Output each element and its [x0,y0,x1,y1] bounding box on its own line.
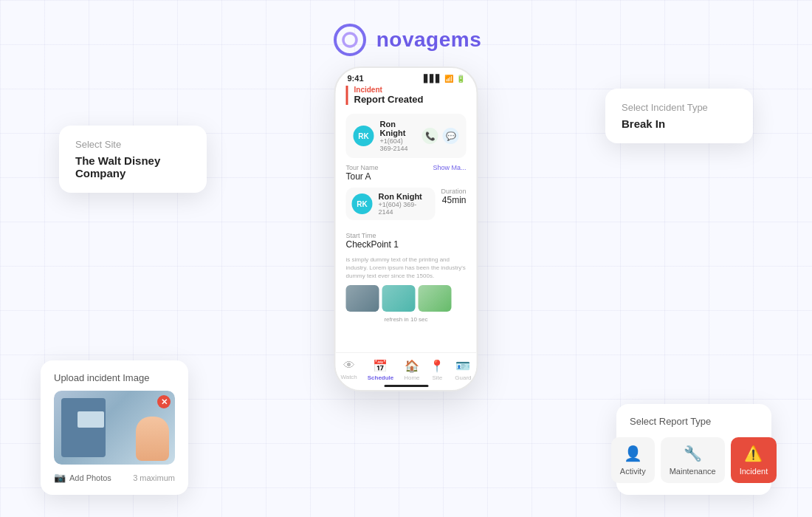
max-photos-label: 3 maximum [133,473,175,482]
contact-name-2: Ron Knight [379,192,430,201]
thumbnail-row [346,285,467,312]
schedule-label: Schedule [368,374,394,381]
wifi-icon: 📶 [444,75,453,83]
call-icon[interactable]: 📞 [422,128,438,144]
select-incident-type-card[interactable]: Select Incident Type Break In [605,89,753,143]
atm-screen [78,411,104,428]
duration-value: 45min [441,195,466,205]
watch-label: Watch [340,374,357,380]
phone-content: Incident Report Created RK Ron Knight +1… [336,86,477,323]
duration-label: Duration [441,188,466,195]
start-time-value: CheckPoint 1 [346,239,467,250]
show-more-link[interactable]: Show Ma... [433,164,466,171]
report-btn-incident[interactable]: ⚠️ Incident [731,437,777,483]
report-btn-activity[interactable]: 👤 Activity [611,437,655,483]
content-area: Select Site The Walt Disney Company Sele… [0,81,812,517]
signal-icon: ▋▋▋ [424,75,441,83]
atm-shape [61,398,106,457]
message-icon[interactable]: 💬 [443,128,459,144]
description-text: is simply dummy text of the printing and… [346,256,467,281]
report-btn-maintenance[interactable]: 🔧 Maintenance [661,437,725,483]
home-icon: 🏠 [405,359,419,373]
header: novagems [0,0,812,59]
nav-guard[interactable]: 🪪 Guard [455,359,471,381]
contact-phone-1: +1(604) 369-2144 [380,137,416,152]
incident-label: Incident [740,467,768,476]
svg-point-1 [343,33,357,47]
thumbnail-1 [346,285,379,312]
avatar-2: RK [352,194,373,214]
select-report-type-card[interactable]: Select Report Type 👤 Activity 🔧 Maintena… [616,404,771,495]
tour-name-field: Tour Name Show Ma... Tour A [346,164,467,182]
site-label: Site [433,374,443,381]
schedule-icon: 📅 [373,359,388,373]
incident-header-title: Report Created [354,94,467,105]
watch-icon: 👁 [343,359,355,372]
upload-incident-label: Upload incident Image [54,372,175,383]
logo-text: novagems [376,28,482,52]
select-site-label: Select Site [75,139,190,150]
upload-badge: ✕ [157,395,171,408]
contact-info-1: Ron Knight +1(604) 369-2144 [380,120,416,152]
tour-name-label: Tour Name [346,164,379,171]
select-site-value: The Walt Disney Company [75,154,190,179]
add-photos-button[interactable]: 📷 Add Photos [54,472,111,483]
status-icons: ▋▋▋ 📶 🔋 [424,75,465,83]
tour-name-row: Tour Name Show Ma... [346,164,467,171]
nav-schedule[interactable]: 📅 Schedule [368,359,394,381]
tour-name-value: Tour A [346,171,467,182]
battery-icon: 🔋 [456,75,465,83]
home-indicator [384,385,428,387]
camera-icon: 📷 [54,472,66,483]
incident-header-label: Incident [354,86,467,94]
phone-time: 9:41 [348,74,364,83]
report-type-buttons: 👤 Activity 🔧 Maintenance ⚠️ Incident [630,437,758,483]
contact-actions-1: 📞 💬 [422,128,459,144]
upload-image-area[interactable]: ✕ [54,391,175,465]
nav-home[interactable]: 🏠 Home [404,359,419,381]
status-bar: 9:41 ▋▋▋ 📶 🔋 [336,68,477,86]
activity-label: Activity [620,467,646,476]
phone-mockup: 9:41 ▋▋▋ 📶 🔋 Incident Report Created RK [334,66,478,391]
contact-row-1: RK Ron Knight +1(604) 369-2144 📞 💬 [346,114,467,158]
incident-header: Incident Report Created [346,86,467,105]
thumbnail-2 [382,285,416,312]
page-wrapper: novagems Select Site The Walt Disney Com… [0,0,812,517]
refresh-label: refresh in 10 sec [346,316,467,323]
start-time-label: Start Time [346,232,467,239]
nav-site[interactable]: 📍 Site [430,359,444,381]
site-icon: 📍 [430,359,444,373]
maintenance-icon: 🔧 [684,445,702,462]
nav-watch[interactable]: 👁 Watch [340,359,357,381]
svg-point-0 [335,25,365,55]
select-site-card[interactable]: Select Site The Walt Disney Company [59,126,207,193]
activity-icon: 👤 [624,445,642,462]
incident-icon: ⚠️ [744,445,763,462]
hand-shape [136,417,169,461]
start-time-field: Start Time CheckPoint 1 [346,232,467,250]
incident-type-value: Break In [622,117,737,130]
thumbnail-3 [419,285,452,312]
guard-label: Guard [455,374,471,381]
novagems-logo-icon [331,21,369,59]
upload-footer: 📷 Add Photos 3 maximum [54,472,175,483]
incident-type-label: Select Incident Type [622,102,737,113]
contact-info-2: Ron Knight +1(604) 369-2144 [379,192,430,216]
add-photos-label: Add Photos [69,473,111,482]
home-label: Home [404,374,419,381]
contact-name-1: Ron Knight [380,120,416,137]
maintenance-label: Maintenance [670,467,716,476]
avatar-1: RK [354,126,374,146]
guard-icon: 🪪 [455,359,470,373]
contact-row-2: RK Ron Knight +1(604) 369-2144 [346,188,436,220]
duration-block: Duration 45min [441,188,466,205]
contact-phone-2: +1(604) 369-2144 [379,201,430,216]
report-type-label: Select Report Type [630,416,758,427]
upload-incident-card[interactable]: Upload incident Image ✕ 📷 Add Photos 3 m… [41,360,188,495]
